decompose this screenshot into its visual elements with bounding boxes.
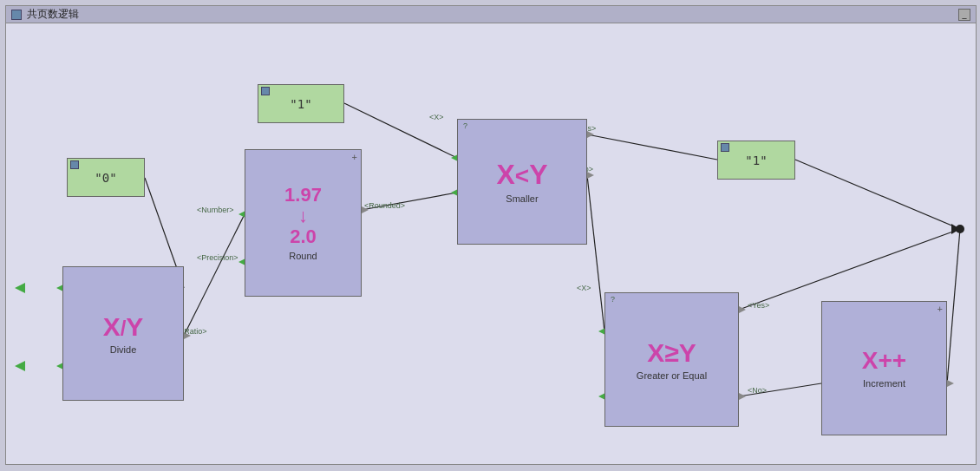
- label-precision: <Precision>: [197, 253, 238, 262]
- canvas: <Number> <Precision> <Rounded> <Ratio> <…: [6, 23, 976, 464]
- divide-label: Divide: [110, 344, 137, 355]
- round-node[interactable]: + 1.97 ↓ 2.0 Round: [245, 149, 362, 297]
- greater-equal-node[interactable]: ? X≥Y Greater or Equal: [604, 292, 739, 427]
- window-title: 共页数逻辑: [27, 7, 79, 22]
- label-rounded: <Rounded>: [364, 201, 405, 210]
- label-ge-x: <X>: [577, 284, 591, 292]
- round-label: Round: [289, 251, 317, 261]
- smaller-symbol: X<Y: [496, 160, 547, 190]
- zero-string-value: "0": [95, 171, 116, 185]
- increment-label: Increment: [863, 378, 905, 389]
- smaller-label: Smaller: [506, 193, 538, 204]
- output-arrow: [951, 224, 960, 234]
- node-icon: [721, 143, 729, 152]
- output-junction: [956, 225, 964, 233]
- label-ge-yes: <Yes>: [748, 301, 769, 310]
- title-bar: 共页数逻辑 _: [6, 6, 976, 23]
- increment-plus: +: [938, 304, 943, 314]
- input-arrow-divide-x: [15, 283, 25, 293]
- conn-ge-yes-output: [739, 229, 960, 310]
- one-string-top-value: "1": [290, 97, 311, 111]
- conn-smaller-yes-one: [587, 134, 717, 160]
- smaller-question: ?: [463, 121, 467, 130]
- title-icon: [11, 10, 22, 20]
- label-ge-no: <No>: [748, 386, 767, 395]
- ge-label: Greater or Equal: [637, 370, 707, 381]
- divide-node[interactable]: X/Y Divide: [62, 266, 184, 401]
- label-number: <Number>: [197, 206, 234, 214]
- zero-string-node[interactable]: "0": [67, 158, 145, 197]
- conn-one-output: [795, 160, 960, 229]
- increment-symbol: X++: [862, 348, 906, 375]
- ge-question: ?: [611, 295, 615, 304]
- one-string-right-value: "1": [745, 154, 767, 167]
- round-node-plus: +: [352, 152, 357, 162]
- one-string-right-node[interactable]: "1": [717, 141, 795, 180]
- divide-symbol: X/Y: [103, 312, 144, 342]
- one-string-top-node[interactable]: "1": [258, 84, 344, 123]
- label-smaller-x: <X>: [429, 113, 444, 121]
- main-window: 共页数逻辑 _: [5, 5, 977, 465]
- conn-smaller-no-ge: [587, 175, 604, 331]
- conn-divide-round: [184, 214, 245, 336]
- node-icon: [70, 160, 79, 169]
- node-icon: [261, 87, 270, 95]
- round-symbol: 1.97 ↓ 2.0: [284, 185, 322, 248]
- input-arrow-divide-y: [15, 361, 25, 371]
- conn-increment-output: [947, 229, 960, 383]
- increment-node[interactable]: + X++ Increment: [821, 301, 947, 435]
- minimize-button[interactable]: _: [958, 9, 970, 21]
- smaller-node[interactable]: ? X<Y Smaller: [457, 119, 587, 245]
- ge-symbol: X≥Y: [647, 338, 696, 367]
